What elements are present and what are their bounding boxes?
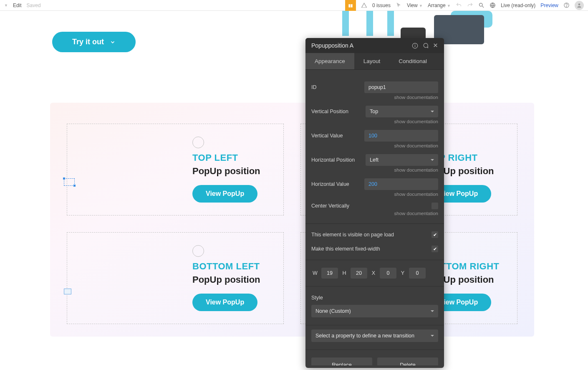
undo-icon[interactable]	[456, 2, 462, 8]
h-label: H	[341, 270, 348, 276]
card-title: BOTTOM LEFT	[192, 261, 283, 272]
transition-select[interactable]: Select a property to define a new transi…	[311, 329, 438, 342]
replace-button[interactable]: Replace	[311, 357, 372, 365]
arrange-menu[interactable]: Arrange ▼	[428, 3, 451, 8]
card-top-left: TOP LEFT PopUp position View PopUp	[67, 124, 284, 215]
tab-appearance[interactable]: Appearance	[305, 53, 354, 69]
svg-point-7	[566, 6, 567, 7]
selection-handle[interactable]	[64, 178, 75, 186]
globe-icon	[490, 2, 496, 8]
cards-container: TOP LEFT PopUp position View PopUp TOP R…	[50, 103, 534, 337]
svg-rect-10	[415, 45, 415, 47]
top-toolbar: ▼ Edit Saved 0 issues View ▼ Arrange ▼ L…	[0, 0, 588, 11]
center-vertically-label: Center Vertically	[311, 203, 366, 209]
y-label: Y	[399, 270, 406, 276]
horizontal-position-select[interactable]: Left	[366, 154, 438, 166]
card-bullet-icon	[192, 245, 204, 257]
fixed-width-label: Make this element fixed-width	[311, 246, 432, 252]
card-bullet-icon	[192, 137, 204, 148]
fixed-width-checkbox[interactable]	[432, 246, 438, 252]
svg-line-4	[482, 6, 484, 8]
panel-body[interactable]: ID show documentation Vertical Position …	[305, 70, 444, 365]
card-title: TOP LEFT	[192, 152, 283, 163]
w-input[interactable]	[321, 268, 338, 279]
doc-link[interactable]: show documentation	[311, 119, 438, 124]
panel-tabs: Appearance Layout Conditional	[305, 53, 444, 70]
tab-layout[interactable]: Layout	[354, 53, 390, 69]
search-icon[interactable]	[478, 2, 485, 8]
tab-conditional[interactable]: Conditional	[389, 53, 436, 69]
card-subtitle: PopUp position	[192, 274, 283, 285]
horizontal-value-label: Horizontal Value	[311, 181, 364, 187]
doc-link[interactable]: show documentation	[311, 211, 438, 216]
id-input[interactable]	[364, 81, 438, 93]
style-select[interactable]: None (Custom)	[311, 305, 438, 317]
saved-label: Saved	[27, 3, 41, 8]
x-label: X	[370, 270, 377, 276]
edit-label[interactable]: Edit	[13, 3, 22, 8]
horizontal-value-input[interactable]	[364, 178, 438, 190]
cursor-icon[interactable]	[396, 2, 402, 8]
x-input[interactable]	[380, 268, 396, 279]
doc-link[interactable]: show documentation	[311, 143, 438, 148]
avatar[interactable]	[575, 1, 584, 10]
help-icon[interactable]	[563, 2, 570, 8]
svg-point-11	[415, 44, 416, 45]
selection-handle[interactable]	[64, 289, 71, 294]
vertical-value-input[interactable]	[364, 130, 438, 142]
horizontal-position-label: Horizontal Position	[311, 157, 366, 163]
vertical-position-select[interactable]: Top	[366, 106, 438, 117]
try-it-out-label: Try it out	[72, 38, 104, 46]
y-input[interactable]	[409, 268, 426, 279]
close-icon[interactable]	[433, 43, 438, 49]
doc-link[interactable]: show documentation	[311, 95, 438, 100]
id-label: ID	[311, 84, 364, 90]
preview-link[interactable]: Preview	[540, 3, 558, 8]
card-subtitle: PopUp position	[192, 166, 283, 177]
center-vertically-checkbox[interactable]	[432, 203, 438, 209]
warning-icon[interactable]	[361, 2, 367, 8]
style-label: Style	[311, 295, 438, 301]
svg-point-3	[479, 3, 482, 7]
live-status[interactable]: Live (read-only)	[501, 3, 535, 8]
visible-on-load-checkbox[interactable]	[432, 231, 438, 238]
gift-icon[interactable]	[345, 0, 356, 11]
svg-rect-2	[350, 4, 351, 8]
info-icon[interactable]	[412, 43, 418, 49]
view-menu[interactable]: View ▼	[407, 3, 423, 8]
doc-link[interactable]: show documentation	[311, 192, 438, 197]
view-popup-button[interactable]: View PopUp	[192, 294, 257, 311]
chevron-down-icon	[110, 39, 116, 45]
visible-on-load-label: This element is visible on page load	[311, 232, 432, 238]
comment-icon[interactable]	[422, 43, 429, 49]
svg-point-8	[578, 3, 580, 5]
caret-down-icon[interactable]: ▼	[4, 3, 8, 8]
redo-icon[interactable]	[467, 2, 473, 8]
panel-title: Popupposition A	[311, 42, 353, 49]
property-panel: Popupposition A Appearance Layout Condit…	[305, 38, 444, 368]
w-label: W	[311, 270, 319, 276]
vertical-position-label: Vertical Position	[311, 109, 366, 114]
design-canvas[interactable]: Try it out TOP LEFT PopUp position View …	[0, 11, 588, 370]
try-it-out-button[interactable]: Try it out	[52, 32, 136, 52]
doc-link[interactable]: show documentation	[311, 167, 438, 172]
delete-button[interactable]: Delete	[377, 357, 438, 365]
card-bottom-left: BOTTOM LEFT PopUp position View PopUp	[67, 232, 284, 324]
panel-header[interactable]: Popupposition A	[305, 38, 444, 53]
h-input[interactable]	[351, 268, 367, 279]
issues-label[interactable]: 0 issues	[372, 3, 391, 8]
view-popup-button[interactable]: View PopUp	[192, 185, 257, 203]
vertical-value-label: Vertical Value	[311, 133, 364, 139]
